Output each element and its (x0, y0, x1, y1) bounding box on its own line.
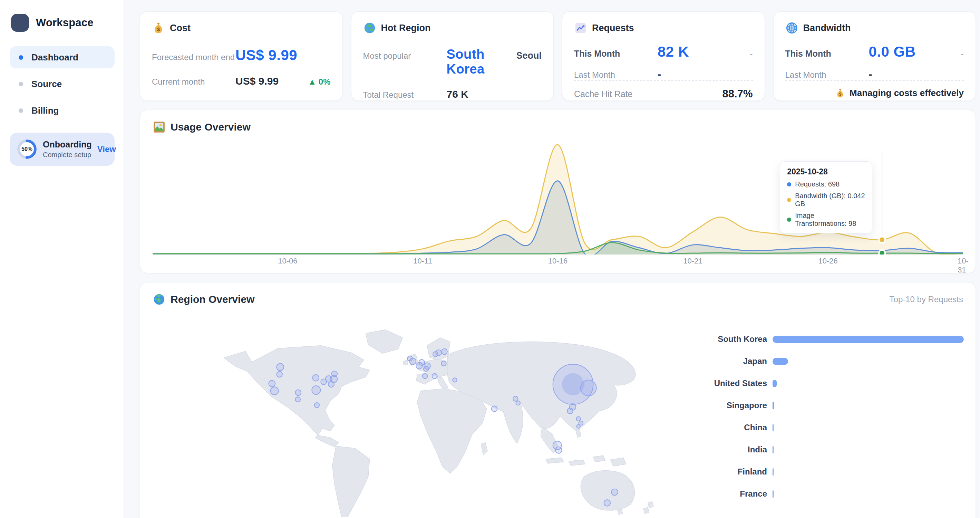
region-label: Singapore (704, 401, 773, 410)
landmass (417, 389, 487, 473)
sidebar-item-label: Billing (32, 105, 59, 116)
series-dot-icon (787, 198, 791, 202)
region-bar-track (773, 402, 964, 409)
top10-bar-list: South KoreaJapanUnited StatesSingaporeCh… (704, 328, 964, 505)
tooltip-item-text: Requests: 698 (795, 180, 840, 188)
map-marker (492, 406, 498, 412)
landmass (546, 457, 564, 464)
region-bar (773, 358, 788, 365)
total-request-label: Total Request (363, 90, 447, 100)
usage-chart-area[interactable]: 2025-10-28 Requests: 698Bandwidth (GB): … (153, 139, 963, 255)
region-bar (773, 446, 773, 453)
most-popular-label: Most popular (363, 51, 447, 61)
top10-subtitle: Top-10 by Requests (889, 295, 963, 304)
region-bar (773, 468, 773, 475)
onboarding-card[interactable]: 50% Onboarding Complete setup View (10, 132, 115, 166)
onboarding-view-button[interactable]: View (97, 144, 116, 154)
map-marker (295, 397, 300, 402)
last-month-value: - (869, 69, 872, 80)
stat-cards-row: $ Cost Forecasted month end US$ 9.99 Cur… (140, 11, 976, 101)
card-title: Requests (592, 23, 634, 33)
region-label: Japan (704, 356, 773, 366)
map-marker (295, 390, 301, 396)
money-bag-icon: $ (152, 21, 165, 35)
sidebar-item-dashboard[interactable]: Dashboard (10, 46, 115, 69)
region-bar-track (773, 424, 964, 431)
landmass (403, 360, 408, 365)
x-tick-label: 10-31 (958, 257, 969, 274)
region-row: South Korea (704, 328, 964, 350)
last-month-value: - (658, 69, 661, 80)
hot-region-card: Hot Region Most popular South Korea Seou… (351, 11, 554, 101)
world-map[interactable] (170, 323, 695, 517)
map-marker (433, 352, 438, 357)
card-title: Bandwidth (803, 23, 851, 33)
this-month-value: 0.0 GB (869, 43, 916, 60)
region-row: Japan (704, 350, 964, 372)
chart-tooltip: 2025-10-28 Requests: 698Bandwidth (GB): … (780, 161, 872, 233)
requests-card: Requests This Month 82 K - Last Month - … (562, 11, 765, 101)
this-month-label: This Month (785, 49, 869, 59)
region-row: China (704, 416, 964, 438)
region-row: United States (704, 372, 964, 394)
map-marker (277, 371, 282, 377)
managing-costs-note: $ Managing costs effectively (835, 88, 964, 99)
hover-dot (879, 237, 885, 243)
map-marker (328, 382, 334, 387)
map-marker (432, 374, 438, 379)
sidebar-item-source[interactable]: Source (10, 73, 115, 95)
tooltip-item: Bandwidth (GB): 0.042 GB (787, 192, 865, 208)
this-month-delta: - (961, 48, 964, 59)
map-marker (604, 500, 610, 506)
inactive-dot-icon (19, 108, 23, 113)
landmass (576, 428, 581, 438)
x-tick-label: 10-26 (818, 257, 838, 266)
map-marker (442, 349, 447, 355)
map-marker (555, 447, 562, 453)
workspace-logo[interactable] (11, 14, 29, 32)
usage-overview-card: Usage Overview 2025-10-28 Requests: 698B… (140, 110, 976, 273)
last-month-label: Last Month (785, 70, 869, 80)
region-row: Finland (704, 461, 964, 483)
region-bar-track (773, 336, 964, 343)
progress-ring-icon: 50% (17, 139, 37, 159)
map-marker (516, 401, 520, 405)
onboarding-subtitle: Complete setup (43, 151, 92, 159)
map-marker (441, 361, 446, 366)
workspace-brand: Workspace (10, 14, 115, 32)
sidebar-item-billing[interactable]: Billing (10, 99, 115, 121)
sidebar: Workspace Dashboard Source Billing 50% O… (0, 0, 124, 518)
map-marker (611, 489, 618, 496)
x-tick-label: 10-21 (683, 257, 702, 266)
map-marker (567, 408, 573, 414)
active-dot-icon (19, 55, 23, 60)
map-marker (453, 378, 457, 382)
this-month-delta: - (750, 48, 753, 59)
most-popular-city: Seoul (516, 50, 542, 61)
tooltip-item: Requests: 698 (787, 180, 865, 188)
tooltip-date: 2025-10-28 (787, 167, 865, 177)
map-marker (315, 403, 320, 408)
landmass (617, 509, 623, 515)
svg-text:$: $ (157, 26, 160, 32)
region-bar-track (773, 358, 964, 365)
region-label: United States (704, 378, 773, 388)
map-marker (312, 386, 320, 394)
section-title: Region Overview (170, 293, 255, 305)
map-marker (277, 363, 284, 371)
x-tick-label: 10-11 (413, 257, 432, 266)
most-popular-value: South Korea (447, 47, 516, 77)
bandwidth-card: Bandwidth This Month 0.0 GB - Last Month… (773, 11, 976, 101)
landmass (643, 507, 649, 514)
section-title: Usage Overview (170, 121, 251, 133)
sidebar-item-label: Source (32, 79, 62, 89)
hover-dot (879, 250, 885, 255)
region-label: China (704, 423, 773, 432)
region-bar (773, 380, 777, 387)
map-marker (423, 367, 429, 371)
region-row: Singapore (704, 394, 964, 416)
current-month-label: Current month (152, 77, 235, 87)
this-month-value: 82 K (658, 43, 689, 60)
sidebar-item-label: Dashboard (32, 52, 78, 63)
map-marker (576, 417, 580, 421)
